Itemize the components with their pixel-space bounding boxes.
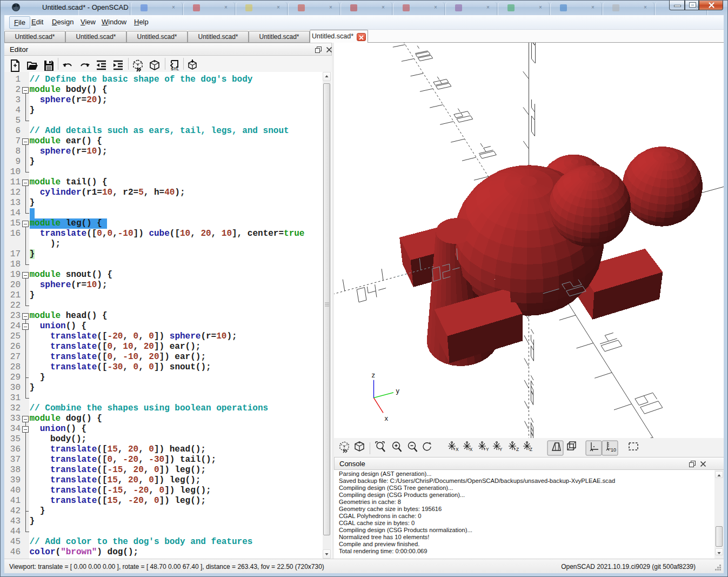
svg-text:x: x bbox=[385, 414, 389, 422]
svg-text:10: 10 bbox=[611, 447, 616, 453]
svg-text:z: z bbox=[372, 371, 376, 379]
svg-text:+X: +X bbox=[453, 447, 459, 452]
svg-text:+Y: +Y bbox=[483, 447, 489, 452]
svg-text:-Z: -Z bbox=[528, 447, 532, 452]
svg-text:y: y bbox=[396, 387, 400, 395]
svg-text:-X: -X bbox=[468, 447, 473, 452]
svg-text:+Z: +Z bbox=[513, 447, 519, 452]
svg-text:-Y: -Y bbox=[498, 447, 503, 452]
